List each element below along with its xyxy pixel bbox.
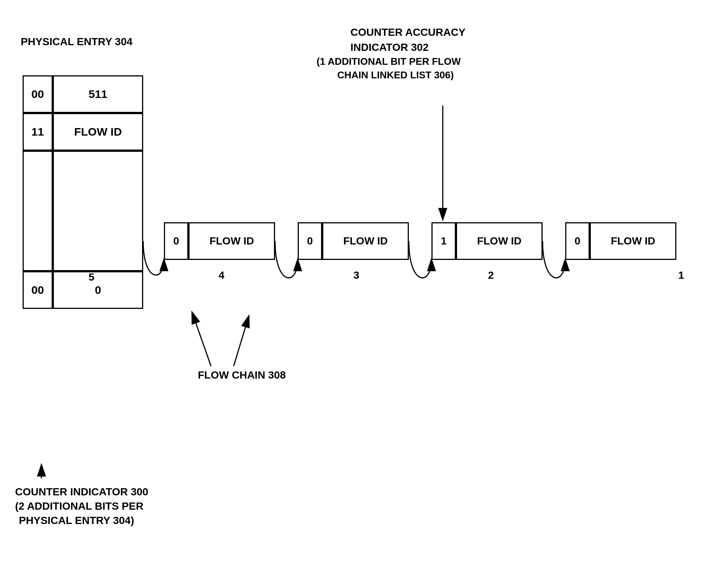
flow-node-4: 0 FLOW ID: [565, 222, 676, 260]
counter-indicator-label: COUNTER INDICATOR 300: [15, 486, 148, 498]
chain-linked-label: CHAIN LINKED LIST 306): [337, 69, 454, 81]
svg-line-4: [192, 313, 211, 366]
flow-bit-4: 0: [565, 222, 590, 260]
indicator-302-label: INDICATOR 302: [350, 41, 428, 53]
number-3: 3: [353, 269, 359, 281]
svg-line-5: [234, 316, 249, 366]
flow-bit-3: 1: [431, 222, 456, 260]
counter-accuracy-label: COUNTER ACCURACY: [350, 26, 465, 38]
flow-id-2: FLOW ID: [322, 222, 409, 260]
flow-chain-label: FLOW CHAIN 308: [198, 369, 286, 381]
phys-row-1: 00 511: [23, 75, 143, 113]
flow-id-3: FLOW ID: [456, 222, 543, 260]
physical-entry-label: PHYSICAL ENTRY 304: [21, 36, 133, 48]
phys-row-2: 11 FLOW ID: [23, 113, 143, 151]
additional-bits-label: (2 ADDITIONAL BITS PER: [15, 500, 144, 512]
number-1: 1: [678, 269, 684, 281]
physical-entry-304-label: PHYSICAL ENTRY 304): [19, 515, 134, 527]
number-5: 5: [89, 271, 95, 283]
additional-bit-label: (1 ADDITIONAL BIT PER FLOW: [317, 56, 461, 67]
phys-cell-empty-narrow: [23, 151, 53, 271]
number-4: 4: [219, 269, 225, 281]
flow-id-4: FLOW ID: [590, 222, 676, 260]
number-2: 2: [488, 269, 494, 281]
flow-node-3: 1 FLOW ID: [431, 222, 543, 260]
flow-node-1: 0 FLOW ID: [164, 222, 275, 260]
flow-bit-1: 0: [164, 222, 188, 260]
flow-id-1: FLOW ID: [188, 222, 275, 260]
diagram-container: PHYSICAL ENTRY 304 00 511 11 FLOW ID 00 …: [0, 0, 728, 585]
phys-cell-00-bot: 00: [23, 271, 53, 309]
phys-cell-empty-wide: [53, 151, 143, 271]
phys-cell-11: 11: [23, 113, 53, 151]
flow-node-2: 0 FLOW ID: [298, 222, 409, 260]
phys-row-3: [23, 151, 143, 271]
physical-table: 00 511 11 FLOW ID 00 0: [23, 75, 143, 309]
flow-bit-2: 0: [298, 222, 322, 260]
phys-cell-511: 511: [53, 75, 143, 113]
phys-cell-00-top: 00: [23, 75, 53, 113]
phys-cell-flowid-main: FLOW ID: [53, 113, 143, 151]
phys-row-4: 00 0: [23, 271, 143, 309]
phys-cell-0: 0: [53, 271, 143, 309]
